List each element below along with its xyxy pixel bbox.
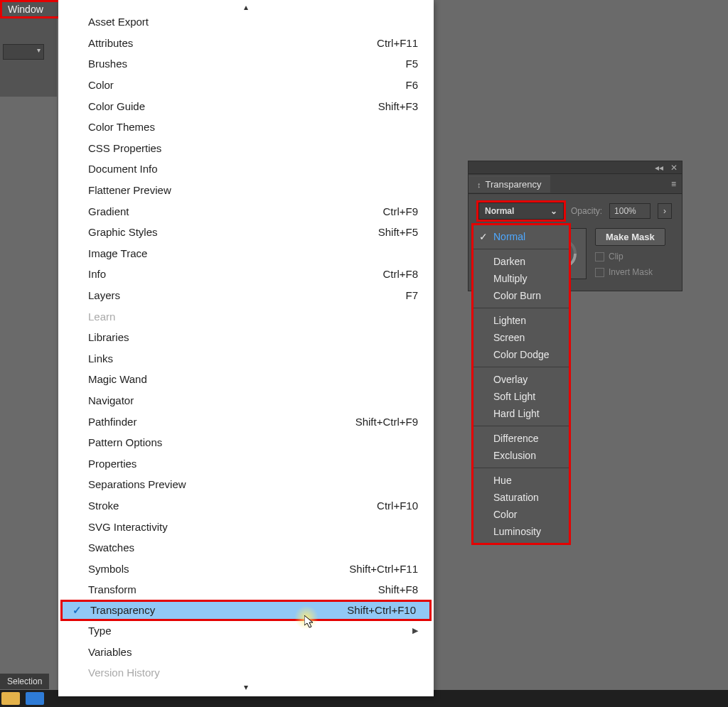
blend-option-saturation[interactable]: Saturation xyxy=(473,489,569,506)
menu-item-document-info[interactable]: Document Info xyxy=(58,158,434,180)
menu-item-label: Libraries xyxy=(88,331,129,343)
panel-menu-icon[interactable]: ≡ xyxy=(671,179,676,189)
menu-item-label: Color Guide xyxy=(88,100,145,112)
menu-item-css-properties[interactable]: CSS Properties xyxy=(58,138,434,159)
blend-option-color-dodge[interactable]: Color Dodge xyxy=(473,346,569,363)
menubar-window-label: Window xyxy=(8,4,43,15)
menu-item-transform[interactable]: TransformShift+F8 xyxy=(58,579,434,600)
separator xyxy=(473,249,569,249)
separator xyxy=(473,308,569,308)
opacity-stepper[interactable]: › xyxy=(658,203,672,219)
menu-item-symbols[interactable]: SymbolsShift+Ctrl+F11 xyxy=(58,558,434,579)
menu-item-brushes[interactable]: BrushesF5 xyxy=(58,53,434,75)
blend-option-multiply[interactable]: Multiply xyxy=(473,270,569,287)
menu-item-graphic-styles[interactable]: Graphic StylesShift+F5 xyxy=(58,222,434,243)
menu-item-svg-interactivity[interactable]: SVG Interactivity xyxy=(58,516,434,537)
menu-item-stroke[interactable]: StrokeCtrl+F10 xyxy=(58,495,434,517)
menu-item-color-themes[interactable]: Color Themes xyxy=(58,117,434,138)
menu-item-label: Brushes xyxy=(88,58,127,70)
menu-item-links[interactable]: Links xyxy=(58,348,434,369)
tab-transparency[interactable]: Transparency xyxy=(469,176,550,193)
menu-item-shortcut: Ctrl+F11 xyxy=(377,37,418,49)
menu-item-shortcut: Shift+Ctrl+F11 xyxy=(349,563,418,575)
menu-item-pattern-options[interactable]: Pattern Options xyxy=(58,432,434,453)
menu-item-color[interactable]: ColorF6 xyxy=(58,75,434,96)
menu-item-label: Magic Wand xyxy=(88,373,147,385)
menu-item-variables[interactable]: Variables xyxy=(58,641,434,662)
blend-option-color[interactable]: Color xyxy=(473,506,569,523)
menu-item-properties[interactable]: Properties xyxy=(58,453,434,474)
menu-item-type[interactable]: Type▶ xyxy=(58,620,434,642)
menu-item-label: Image Trace xyxy=(88,247,147,259)
menu-item-label: Layers xyxy=(88,289,120,301)
menu-item-attributes[interactable]: AttributesCtrl+F11 xyxy=(58,33,434,54)
invert-mask-checkbox[interactable]: Invert Mask xyxy=(595,267,665,277)
submenu-arrow-icon: ▶ xyxy=(412,626,418,635)
opacity-label: Opacity: xyxy=(571,206,602,216)
menu-item-libraries[interactable]: Libraries xyxy=(58,327,434,348)
menu-item-label: SVG Interactivity xyxy=(88,521,168,533)
menu-item-label: Info xyxy=(88,268,106,280)
blend-mode-value: Normal xyxy=(485,206,514,216)
menu-item-shortcut: Shift+F3 xyxy=(378,100,418,112)
check-icon: ✓ xyxy=(73,604,82,617)
menu-item-pathfinder[interactable]: PathfinderShift+Ctrl+F9 xyxy=(58,411,434,432)
menu-item-label: Variables xyxy=(88,646,132,658)
blend-option-luminosity[interactable]: Luminosity xyxy=(473,523,569,540)
menu-item-label: Color xyxy=(88,79,114,91)
blend-option-exclusion[interactable]: Exclusion xyxy=(473,447,569,464)
menu-item-layers[interactable]: LayersF7 xyxy=(58,285,434,306)
blend-option-lighten[interactable]: Lighten xyxy=(473,312,569,329)
menu-item-shortcut: Shift+F8 xyxy=(378,583,418,595)
separator xyxy=(473,367,569,367)
menu-item-label: Graphic Styles xyxy=(88,226,158,238)
blend-option-normal[interactable]: Normal xyxy=(473,228,569,245)
menu-item-shortcut: Shift+Ctrl+F10 xyxy=(347,604,416,616)
menu-item-label: Transform xyxy=(88,583,136,595)
menu-item-shortcut: F5 xyxy=(405,58,418,70)
blend-option-hue[interactable]: Hue xyxy=(473,472,569,489)
menu-scroll-up[interactable]: ▴ xyxy=(58,3,434,11)
menu-item-flattener-preview[interactable]: Flattener Preview xyxy=(58,180,434,201)
blend-option-color-burn[interactable]: Color Burn xyxy=(473,287,569,304)
blend-option-difference[interactable]: Difference xyxy=(473,430,569,447)
blend-option-hard-light[interactable]: Hard Light xyxy=(473,405,569,422)
collapse-icon[interactable]: ◂◂ xyxy=(655,163,663,173)
menu-scroll-down[interactable]: ▾ xyxy=(58,683,434,691)
menu-item-info[interactable]: InfoCtrl+F8 xyxy=(58,264,434,285)
chevron-down-icon: ⌄ xyxy=(550,206,557,216)
menu-item-magic-wand[interactable]: Magic Wand xyxy=(58,369,434,390)
menu-item-separations-preview[interactable]: Separations Preview xyxy=(58,474,434,495)
blend-mode-dropdown[interactable]: NormalDarkenMultiplyColor BurnLightenScr… xyxy=(471,223,571,545)
menu-item-shortcut: F7 xyxy=(405,289,418,301)
options-dropdown[interactable] xyxy=(3,44,44,60)
menu-item-color-guide[interactable]: Color GuideShift+F3 xyxy=(58,95,434,117)
opacity-input[interactable]: 100% xyxy=(609,203,651,219)
menu-item-image-trace[interactable]: Image Trace xyxy=(58,243,434,264)
make-mask-button[interactable]: Make Mask xyxy=(595,228,665,246)
menu-item-label: Navigator xyxy=(88,394,134,406)
close-icon[interactable]: ✕ xyxy=(670,163,678,173)
blend-mode-select[interactable]: Normal ⌄ xyxy=(478,203,564,220)
taskbar-folder-icon[interactable] xyxy=(1,692,20,705)
checkbox-icon xyxy=(595,252,604,261)
window-menu[interactable]: ▴ Asset ExportAttributesCtrl+F11BrushesF… xyxy=(58,0,434,696)
panel-titlebar[interactable]: ◂◂ ✕ xyxy=(469,161,682,174)
blend-option-overlay[interactable]: Overlay xyxy=(473,371,569,388)
menu-item-swatches[interactable]: Swatches xyxy=(58,537,434,558)
menu-item-label: Type xyxy=(88,625,112,637)
menu-item-label: Properties xyxy=(88,458,136,470)
menu-item-gradient[interactable]: GradientCtrl+F9 xyxy=(58,200,434,222)
menu-item-asset-export[interactable]: Asset Export xyxy=(58,11,434,33)
menu-item-shortcut: F6 xyxy=(405,79,418,91)
menu-item-label: Attributes xyxy=(88,37,133,49)
clip-checkbox[interactable]: Clip xyxy=(595,252,665,261)
blend-option-screen[interactable]: Screen xyxy=(473,329,569,346)
menu-item-shortcut: Ctrl+F8 xyxy=(382,268,418,280)
selection-panel-tab[interactable]: Selection xyxy=(0,674,49,689)
menu-item-transparency[interactable]: ✓TransparencyShift+Ctrl+F10 xyxy=(60,600,432,621)
blend-option-darken[interactable]: Darken xyxy=(473,253,569,270)
menu-item-navigator[interactable]: Navigator xyxy=(58,390,434,411)
blend-option-soft-light[interactable]: Soft Light xyxy=(473,388,569,405)
taskbar-app-icon[interactable] xyxy=(26,692,44,705)
